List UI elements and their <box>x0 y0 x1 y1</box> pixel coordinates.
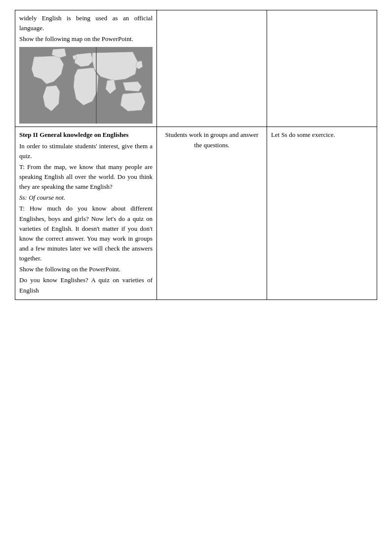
step-heading-text: Step II General knowledge on Englishes <box>19 131 128 138</box>
lesson-table: widely English is being used as an offic… <box>15 10 377 300</box>
cell-col3-row2: Let Ss do some exercice. <box>267 127 377 299</box>
table-row: Step II General knowledge on Englishes I… <box>15 127 377 299</box>
cell-col2-row1 <box>157 10 267 127</box>
para-of-course: Ss: Of course not. <box>19 193 153 203</box>
cell-col3-row1 <box>267 10 377 127</box>
col2-text: Students work in groups and answer the q… <box>161 130 263 150</box>
para-map-question: T: From the map, we know that many peopl… <box>19 162 153 192</box>
step-heading: Step II General knowledge on Englishes <box>19 130 153 140</box>
cell-col1-row2: Step II General knowledge on Englishes I… <box>15 127 157 299</box>
world-map-image <box>19 47 153 124</box>
table-row: widely English is being used as an offic… <box>15 10 377 127</box>
para-show-following: Show the following on the PowerPoint. <box>19 264 153 274</box>
para-interest: In order to stimulate students' interest… <box>19 141 153 161</box>
text-widely: widely English is being used as an offic… <box>19 13 153 33</box>
cell-col2-row2: Students work in groups and answer the q… <box>157 127 267 299</box>
page: widely English is being used as an offic… <box>0 0 392 555</box>
text-show-map: Show the following map on the PowerPoint… <box>19 34 153 44</box>
para-how-much: T: How much do you know about different … <box>19 204 153 263</box>
world-map-svg <box>19 47 153 124</box>
para-do-you-know: Do you know Englishes? A quiz on varieti… <box>19 275 153 295</box>
cell-col1-row1: widely English is being used as an offic… <box>15 10 157 127</box>
col3-text: Let Ss do some exercice. <box>271 130 373 140</box>
